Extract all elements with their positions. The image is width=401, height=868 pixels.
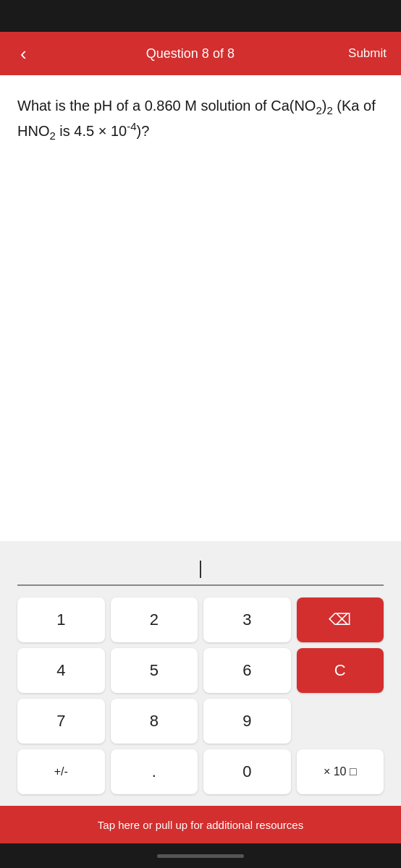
question-text: What is the pH of a 0.860 M solution of … (17, 95, 384, 143)
status-bar (0, 0, 401, 32)
text-cursor (200, 561, 201, 578)
key-exponent[interactable]: × 10 □ (297, 749, 384, 794)
key-6[interactable]: 6 (203, 648, 291, 693)
home-indicator-area (0, 843, 401, 868)
key-decimal[interactable]: . (111, 749, 198, 794)
bottom-bar-text: Tap here or pull up for additional resou… (98, 819, 303, 831)
header: ‹ Question 8 of 8 Submit (0, 32, 401, 75)
answer-area: 1 2 3 ⌫ 4 5 6 C 7 8 9 +/- . 0 × 10 □ (0, 541, 401, 806)
home-indicator-bar (157, 854, 244, 858)
key-backspace[interactable]: ⌫ (297, 597, 384, 642)
key-5[interactable]: 5 (111, 648, 198, 693)
key-2[interactable]: 2 (111, 597, 198, 642)
backspace-icon: ⌫ (329, 610, 351, 629)
key-1[interactable]: 1 (17, 597, 105, 642)
key-3[interactable]: 3 (203, 597, 291, 642)
key-0[interactable]: 0 (203, 749, 291, 794)
key-8[interactable]: 8 (111, 699, 198, 744)
key-clear[interactable]: C (297, 648, 384, 693)
key-sign[interactable]: +/- (17, 749, 105, 794)
content-area: What is the pH of a 0.860 M solution of … (0, 75, 401, 541)
key-4[interactable]: 4 (17, 648, 105, 693)
key-7[interactable]: 7 (17, 699, 105, 744)
bottom-bar[interactable]: Tap here or pull up for additional resou… (0, 806, 401, 843)
question-progress: Question 8 of 8 (146, 46, 235, 61)
submit-button[interactable]: Submit (348, 46, 387, 61)
back-button[interactable]: ‹ (14, 40, 33, 68)
key-9[interactable]: 9 (203, 699, 291, 744)
keypad: 1 2 3 ⌫ 4 5 6 C 7 8 9 +/- . 0 × 10 □ (17, 597, 384, 794)
answer-display[interactable] (17, 554, 384, 586)
